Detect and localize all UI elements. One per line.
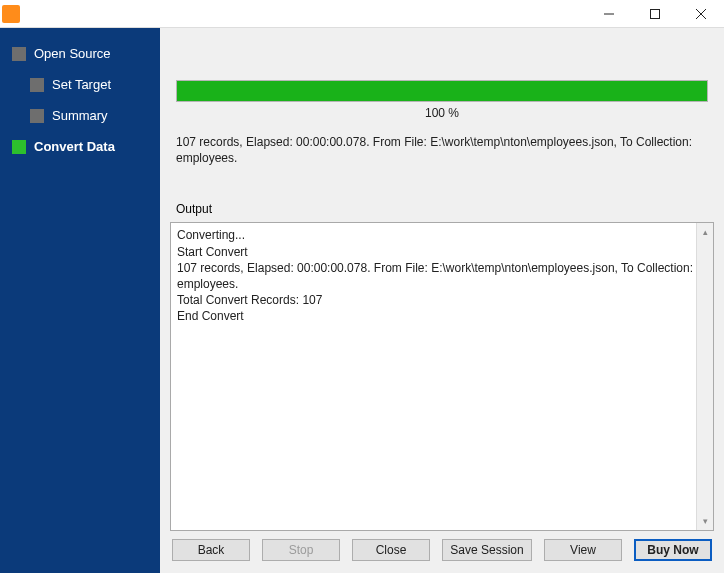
step-icon <box>30 109 44 123</box>
minimize-button[interactable] <box>586 0 632 28</box>
output-label: Output <box>176 202 708 216</box>
sidebar-item-convert-data[interactable]: Convert Data <box>8 133 160 160</box>
output-line: Converting... <box>177 227 707 243</box>
output-textarea[interactable]: Converting... Start Convert 107 records,… <box>170 222 714 531</box>
svg-rect-1 <box>651 9 660 18</box>
sidebar-item-open-source[interactable]: Open Source <box>8 40 160 67</box>
progress-percent-label: 100 % <box>176 106 708 120</box>
scroll-up-icon[interactable]: ▴ <box>697 223 714 240</box>
back-button[interactable]: Back <box>172 539 250 561</box>
sidebar-item-label: Convert Data <box>34 139 115 154</box>
sidebar-item-set-target[interactable]: Set Target <box>8 71 160 98</box>
sidebar-item-label: Set Target <box>52 77 111 92</box>
buy-now-button[interactable]: Buy Now <box>634 539 712 561</box>
output-line: End Convert <box>177 308 707 324</box>
maximize-button[interactable] <box>632 0 678 28</box>
close-button[interactable]: Close <box>352 539 430 561</box>
stop-button: Stop <box>262 539 340 561</box>
step-icon <box>12 47 26 61</box>
app-icon <box>2 5 20 23</box>
scrollbar[interactable]: ▴ ▾ <box>696 223 713 530</box>
step-icon <box>12 140 26 154</box>
sidebar-item-label: Open Source <box>34 46 111 61</box>
output-line: Total Convert Records: 107 <box>177 292 707 308</box>
scroll-down-icon[interactable]: ▾ <box>697 513 714 530</box>
sidebar-item-summary[interactable]: Summary <box>8 102 160 129</box>
sidebar: Open Source Set Target Summary Convert D… <box>0 28 160 573</box>
main-panel: 100 % 107 records, Elapsed: 00:00:00.078… <box>160 28 724 573</box>
titlebar <box>0 0 724 28</box>
step-icon <box>30 78 44 92</box>
progress-fill <box>177 81 707 101</box>
close-window-button[interactable] <box>678 0 724 28</box>
sidebar-item-label: Summary <box>52 108 108 123</box>
button-row: Back Stop Close Save Session View Buy No… <box>170 531 714 565</box>
output-line: 107 records, Elapsed: 00:00:00.078. From… <box>177 260 707 292</box>
save-session-button[interactable]: Save Session <box>442 539 532 561</box>
output-line: Start Convert <box>177 244 707 260</box>
view-button[interactable]: View <box>544 539 622 561</box>
status-line: 107 records, Elapsed: 00:00:00.078. From… <box>176 134 708 166</box>
window-controls <box>586 0 724 28</box>
progress-bar <box>176 80 708 102</box>
